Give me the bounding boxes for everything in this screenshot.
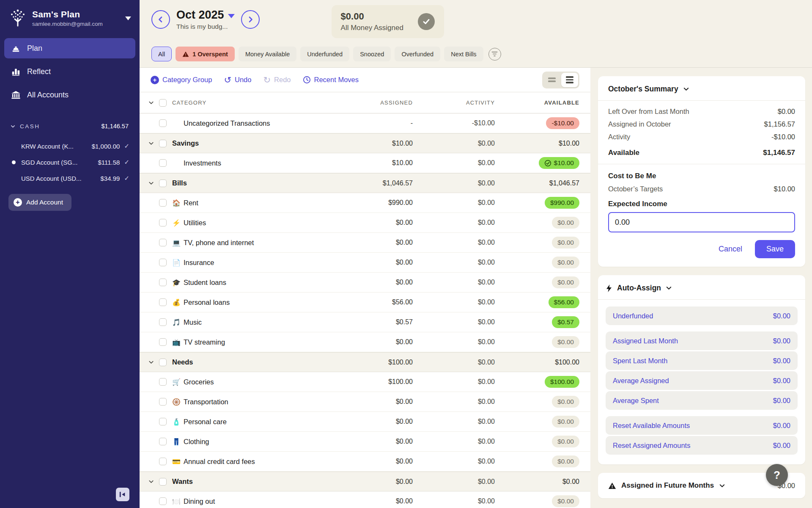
category-row[interactable]: 🧴Personal care$0.00$0.00$0.00: [140, 412, 590, 432]
filter-pill-snoozed[interactable]: Snoozed: [353, 47, 391, 61]
assigned-value[interactable]: $10.00: [332, 140, 413, 147]
plan-switcher[interactable]: Sam's Plan samlee.mobbin@gmail.com: [0, 0, 140, 32]
available-pill[interactable]: $0.00: [552, 495, 579, 507]
summary-header[interactable]: October's Summary: [608, 85, 795, 94]
all-money-assigned-banner[interactable]: $0.00 All Money Assigned: [332, 5, 444, 38]
recent-moves-button[interactable]: Recent Moves: [303, 76, 359, 84]
account-row[interactable]: KRW Account (K...$1,000.00✓: [0, 138, 140, 154]
group-collapse-chevron[interactable]: [148, 478, 159, 485]
save-button[interactable]: Save: [755, 240, 795, 258]
row-checkbox[interactable]: [159, 438, 167, 445]
group-row[interactable]: Wants$0.00$0.00$0.00: [140, 472, 590, 491]
available-pill[interactable]: $100.00: [545, 376, 579, 388]
category-row[interactable]: Uncategorized Transactions--$10.00-$10.0…: [140, 113, 590, 133]
column-header-category[interactable]: CATEGORY: [172, 99, 332, 106]
assigned-value[interactable]: $990.00: [332, 199, 413, 207]
filter-pill-money-available[interactable]: Money Available: [239, 47, 296, 61]
auto-assign-option-spent-last-month[interactable]: Spent Last Month$0.00: [606, 351, 798, 370]
row-checkbox[interactable]: [159, 159, 167, 167]
assigned-value[interactable]: $0.00: [332, 398, 413, 406]
assigned-value[interactable]: $0.00: [332, 497, 413, 505]
assigned-value[interactable]: $0.57: [332, 318, 413, 326]
row-checkbox[interactable]: [159, 279, 167, 286]
auto-assign-option-average-spent[interactable]: Average Spent$0.00: [606, 391, 798, 410]
available-pill[interactable]: $10.00: [539, 157, 579, 169]
available-pill[interactable]: $0.00: [552, 336, 579, 348]
category-row[interactable]: 🎵Music$0.57$0.00$0.57: [140, 312, 590, 332]
sidebar-item-plan[interactable]: Plan: [4, 38, 135, 58]
category-row[interactable]: 🛒Groceries$100.00$0.00$100.00: [140, 372, 590, 392]
assigned-value[interactable]: $0.00: [332, 219, 413, 226]
account-row[interactable]: SGD Account (SG...$111.58✓: [0, 154, 140, 170]
auto-assign-header[interactable]: Auto-Assign: [606, 284, 798, 293]
row-checkbox[interactable]: [159, 318, 167, 326]
plan-note[interactable]: This is my budg...: [176, 23, 235, 30]
row-checkbox[interactable]: [159, 338, 167, 346]
assigned-value[interactable]: $0.00: [332, 279, 413, 286]
collapse-sidebar-button[interactable]: [116, 488, 129, 501]
available-pill[interactable]: $0.00: [552, 276, 579, 288]
group-row[interactable]: Needs$100.00$0.00$100.00: [140, 352, 590, 372]
sidebar-item-reflect[interactable]: Reflect: [4, 61, 135, 82]
available-pill[interactable]: $990.00: [545, 197, 579, 209]
category-row[interactable]: Investments$10.00$0.00$10.00: [140, 153, 590, 173]
row-checkbox[interactable]: [159, 239, 167, 246]
category-row[interactable]: 💳Annual credit card fees$0.00$0.00$0.00: [140, 452, 590, 472]
month-selector[interactable]: Oct 2025: [176, 8, 235, 22]
group-collapse-chevron[interactable]: [148, 359, 159, 365]
filter-pill-underfunded[interactable]: Underfunded: [300, 47, 349, 61]
assigned-value[interactable]: $0.00: [332, 239, 413, 246]
available-pill[interactable]: $0.00: [552, 456, 579, 467]
filter-pill-overfunded[interactable]: Overfunded: [395, 47, 440, 61]
available-pill[interactable]: $56.00: [549, 296, 579, 308]
available-pill[interactable]: $0.57: [552, 316, 579, 328]
collapse-all-chevron[interactable]: [148, 99, 159, 106]
filter-pill-1-overspent[interactable]: 1 Overspent: [176, 47, 235, 61]
assigned-value[interactable]: $0.00: [332, 418, 413, 425]
list-view-button[interactable]: [561, 73, 578, 87]
category-row[interactable]: 💻TV, phone and internet$0.00$0.00$0.00: [140, 233, 590, 253]
available-pill[interactable]: -$10.00: [546, 117, 579, 129]
category-row[interactable]: 🏠Rent$990.00$0.00$990.00: [140, 193, 590, 213]
undo-button[interactable]: ↺ Undo: [224, 75, 251, 84]
future-months-header[interactable]: Assigned in Future Months $0.00: [608, 481, 795, 490]
filter-pill-next-bills[interactable]: Next Bills: [444, 47, 483, 61]
available-pill[interactable]: $0.00: [552, 217, 579, 229]
assigned-value[interactable]: $0.00: [332, 458, 413, 465]
assigned-value[interactable]: $100.00: [332, 359, 413, 366]
assigned-value[interactable]: $1,046.57: [332, 179, 413, 187]
assigned-value[interactable]: $0.00: [332, 338, 413, 346]
select-all-checkbox[interactable]: [159, 99, 167, 107]
column-header-assigned[interactable]: ASSIGNED: [332, 99, 413, 106]
column-header-activity[interactable]: ACTIVITY: [413, 99, 495, 106]
category-row[interactable]: 🛞Transportation$0.00$0.00$0.00: [140, 392, 590, 412]
row-checkbox[interactable]: [159, 418, 167, 425]
assigned-value[interactable]: $0.00: [332, 478, 413, 486]
redo-button[interactable]: ↻ Redo: [263, 75, 291, 84]
category-row[interactable]: 🎓Student loans$0.00$0.00$0.00: [140, 273, 590, 293]
category-row[interactable]: ⚡Utilities$0.00$0.00$0.00: [140, 213, 590, 233]
available-pill[interactable]: $0.00: [552, 416, 579, 428]
auto-assign-option-reset-available-amounts[interactable]: Reset Available Amounts$0.00: [606, 416, 798, 435]
auto-assign-option-average-assigned[interactable]: Average Assigned$0.00: [606, 371, 798, 390]
row-checkbox[interactable]: [159, 199, 167, 207]
group-row[interactable]: Bills$1,046.57$0.00$1,046.57: [140, 173, 590, 193]
category-row[interactable]: 📄Insurance$0.00$0.00$0.00: [140, 253, 590, 273]
available-pill[interactable]: $0.00: [552, 436, 579, 447]
add-account-button[interactable]: + Add Account: [8, 194, 71, 211]
cancel-button[interactable]: Cancel: [719, 245, 742, 254]
category-row[interactable]: 👖Clothing$0.00$0.00$0.00: [140, 432, 590, 452]
row-checkbox[interactable]: [159, 259, 167, 266]
row-checkbox[interactable]: [159, 398, 167, 406]
sidebar-item-all-accounts[interactable]: All Accounts: [4, 85, 135, 105]
assigned-value[interactable]: -: [332, 119, 413, 127]
group-row[interactable]: Savings$10.00$0.00$10.00: [140, 133, 590, 153]
row-checkbox[interactable]: [159, 478, 167, 486]
row-checkbox[interactable]: [159, 497, 167, 505]
available-pill[interactable]: $0.00: [552, 396, 579, 408]
previous-month-button[interactable]: [151, 10, 170, 29]
row-checkbox[interactable]: [159, 119, 167, 127]
assigned-value[interactable]: $0.00: [332, 259, 413, 266]
category-row[interactable]: 🍽️Dining out$0.00$0.00$0.00: [140, 491, 590, 508]
assigned-value[interactable]: $100.00: [332, 378, 413, 386]
